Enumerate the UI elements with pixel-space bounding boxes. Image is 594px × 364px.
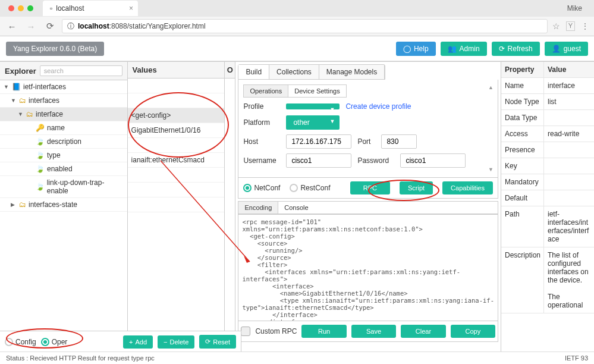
github-icon: ◯ — [403, 45, 411, 53]
tab-manage-models[interactable]: Manage Models — [319, 65, 385, 79]
forward-icon[interactable]: → — [24, 21, 38, 32]
username-input[interactable] — [286, 153, 351, 168]
property-row: Data Type — [501, 110, 594, 126]
minus-icon: − — [164, 338, 167, 346]
reload-icon[interactable]: ⟳ — [43, 21, 57, 32]
value-header: Value — [544, 62, 594, 77]
tree-node-interface[interactable]: ▼🗂interface — [0, 108, 127, 121]
value-cell[interactable] — [128, 168, 225, 183]
tab-collections[interactable]: Collections — [269, 65, 319, 79]
users-icon: 👥 — [448, 45, 457, 53]
copy-button[interactable]: Copy — [451, 325, 495, 338]
netconf-radio[interactable]: NetConf — [243, 184, 280, 192]
config-radio[interactable]: Config — [5, 338, 36, 346]
tab-console[interactable]: Console — [278, 202, 314, 214]
user-icon: 👤 — [552, 45, 561, 53]
tree-node-interfaces[interactable]: ▼🗂interfaces — [0, 94, 127, 108]
tree-node-description[interactable]: 🍃description — [0, 135, 127, 149]
value-cell[interactable] — [128, 197, 225, 212]
search-input[interactable]: search — [40, 65, 122, 76]
platform-label: Platform — [243, 118, 280, 127]
create-profile-link[interactable]: Create device profile — [345, 102, 411, 111]
star-icon[interactable]: ☆ — [552, 21, 560, 31]
close-icon[interactable]: × — [129, 4, 133, 12]
property-row: Presence — [501, 142, 594, 158]
folder-icon: 🗂 — [19, 96, 26, 105]
admin-button[interactable]: 👥Admin — [441, 42, 487, 56]
property-row: Nameinterface — [501, 78, 594, 94]
app-header: Yang Explorer 0.6.0 (Beta) ◯Help 👥Admin … — [0, 36, 594, 61]
profile-dropdown[interactable] — [286, 103, 340, 109]
custom-rpc-checkbox[interactable] — [241, 327, 250, 336]
tree-node-link-up-down-trap-enable[interactable]: 🍃link-up-down-trap-enable — [0, 176, 127, 198]
menu-icon[interactable]: ⋮ — [581, 21, 589, 31]
value-cell[interactable] — [128, 183, 225, 197]
profile-label: Profile — [243, 102, 280, 111]
rpc-button[interactable]: RPC — [350, 181, 390, 194]
help-button[interactable]: ◯Help — [396, 42, 436, 56]
property-header: Property — [501, 62, 544, 77]
clear-button[interactable]: Clear — [401, 325, 445, 338]
address-bar[interactable]: ⓘ localhost:8088/static/YangExplorer.htm… — [62, 19, 548, 33]
folder-icon: 🗂 — [19, 200, 26, 209]
tree-node-type[interactable]: 🍃type — [0, 149, 127, 162]
tree-node-interfaces-state[interactable]: ▶🗂interfaces-state — [0, 198, 127, 212]
tree-node-name[interactable]: 🔑name — [0, 121, 127, 135]
explorer-panel: Explorer search ▼📘ietf-interfaces▼🗂inter… — [0, 62, 128, 364]
yang-tree[interactable]: ▼📘ietf-interfaces▼🗂interfaces▼🗂interface… — [0, 80, 127, 364]
username-label: Username — [243, 156, 280, 165]
platform-dropdown[interactable]: other — [286, 115, 340, 130]
tree-node-ietf-interfaces[interactable]: ▼📘ietf-interfaces — [0, 80, 127, 94]
host-label: Host — [243, 137, 280, 146]
browser-chrome: ▫ localhost × Mike ← → ⟳ ⓘ localhost:808… — [0, 0, 594, 36]
leaf-icon: 🍃 — [36, 183, 45, 191]
page-icon: ▫ — [50, 4, 52, 12]
save-button[interactable]: Save — [351, 325, 396, 338]
tab-build[interactable]: Build — [238, 65, 269, 79]
leaf-red-icon: 🍃 — [36, 151, 45, 159]
property-row: Accessread-write — [501, 126, 594, 142]
browser-tab[interactable]: ▫ localhost × — [43, 1, 138, 16]
value-cell[interactable] — [128, 93, 225, 108]
reset-button[interactable]: ⟳Reset — [199, 335, 236, 349]
add-button[interactable]: +Add — [123, 335, 153, 349]
yandex-icon[interactable]: Y — [566, 21, 575, 31]
password-input[interactable] — [400, 153, 466, 168]
window-controls[interactable] — [5, 5, 37, 11]
tree-node-enabled[interactable]: 🍃enabled — [0, 162, 127, 176]
app-title-badge: Yang Explorer 0.6.0 (Beta) — [6, 42, 104, 56]
refresh-button[interactable]: ⟳Refresh — [492, 42, 540, 56]
value-cell[interactable]: GigabitEthernet1/0/16 — [128, 123, 225, 138]
user-label: Mike — [567, 4, 589, 12]
port-label: Port — [357, 137, 375, 146]
oper-radio[interactable]: Oper — [41, 338, 68, 346]
rpc-xml-output[interactable]: <rpc message-id="101" xmlns="urn:ietf:pa… — [238, 214, 498, 321]
host-input[interactable] — [286, 134, 351, 149]
back-icon[interactable]: ← — [5, 21, 19, 32]
delete-button[interactable]: −Delete — [158, 335, 194, 349]
port-input[interactable] — [381, 134, 417, 149]
capabilities-button[interactable]: Capabilities — [442, 181, 493, 194]
subtab-operations[interactable]: Operations — [244, 85, 288, 97]
subtab-device-settings[interactable]: Device Settings — [288, 85, 345, 97]
tab-encoding[interactable]: Encoding — [238, 202, 278, 214]
leaf-icon: 🍃 — [36, 137, 45, 146]
status-right: IETF 93 — [565, 354, 588, 362]
value-cell[interactable] — [128, 79, 225, 93]
property-row: Mandatory — [501, 174, 594, 190]
property-row: Default — [501, 190, 594, 206]
value-cell[interactable]: ianaift:ethernetCsmacd — [128, 153, 225, 168]
run-button[interactable]: Run — [301, 325, 346, 338]
value-cell[interactable] — [128, 138, 225, 153]
book-icon: 📘 — [12, 83, 21, 91]
property-row: Node Typelist — [501, 94, 594, 110]
refresh-icon: ⟳ — [499, 45, 505, 53]
property-row: Key — [501, 158, 594, 174]
values-panel: Values <get-config>GigabitEthernet1/0/16… — [128, 62, 225, 364]
guest-button[interactable]: 👤guest — [545, 42, 588, 56]
value-cell[interactable]: <get-config> — [128, 108, 225, 123]
properties-panel: Property Value NameinterfaceNode Typelis… — [501, 62, 594, 364]
restconf-radio[interactable]: RestConf — [290, 184, 330, 192]
tab-title: localhost — [56, 4, 84, 12]
script-button[interactable]: Script — [400, 181, 433, 194]
